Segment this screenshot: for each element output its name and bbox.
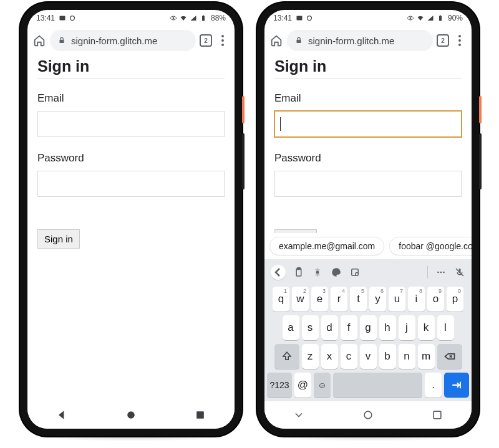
svg-rect-4 (203, 16, 204, 16)
svg-rect-11 (439, 16, 442, 21)
tabs-button[interactable]: 2 (437, 34, 449, 47)
key-j[interactable]: j (399, 315, 415, 340)
email-field[interactable] (274, 111, 462, 137)
key-h[interactable]: h (379, 315, 396, 340)
shift-key[interactable] (274, 344, 299, 369)
autofill-chip[interactable]: example.me@gmail.com (269, 237, 384, 255)
page-title: Sign in (274, 57, 462, 79)
keyboard-row-4: ?123@☺. (267, 373, 469, 398)
key-l[interactable]: l (437, 315, 454, 340)
period-key[interactable]: . (425, 373, 442, 398)
tabs-button[interactable]: 2 (200, 34, 212, 47)
power-button (479, 96, 482, 123)
nav-recents-icon[interactable] (431, 409, 443, 421)
nav-back-icon[interactable] (293, 409, 305, 421)
key-b[interactable]: b (379, 344, 396, 369)
key-z[interactable]: z (302, 344, 319, 369)
clipboard-icon[interactable] (293, 267, 304, 278)
svg-rect-12 (440, 16, 441, 16)
backspace-key[interactable] (437, 344, 462, 369)
screen-right: 13:41 90% signin-form.glitch.me (264, 10, 472, 429)
svg-rect-8 (297, 16, 303, 21)
key-a[interactable]: a (283, 315, 299, 340)
svg-point-2 (173, 17, 174, 19)
emoji-key[interactable]: ☺ (314, 373, 331, 398)
key-o[interactable]: o9 (427, 287, 444, 312)
menu-button[interactable] (453, 35, 467, 46)
space-key[interactable] (333, 373, 422, 398)
gear-icon[interactable] (312, 267, 323, 278)
key-s[interactable]: s (302, 315, 319, 340)
nav-home-icon[interactable] (125, 409, 137, 421)
nav-home-icon[interactable] (362, 409, 374, 421)
sync-icon (306, 14, 313, 22)
key-g[interactable]: g (360, 315, 377, 340)
key-p[interactable]: p0 (447, 287, 463, 312)
battery-percent: 88% (211, 14, 226, 22)
svg-point-9 (308, 16, 312, 21)
autofill-chip[interactable]: foobar @google.co (389, 237, 472, 255)
page-content: Sign in Email Password Sign in (27, 55, 235, 401)
key-t[interactable]: t5 (350, 287, 367, 312)
url-bar[interactable]: signin-form.glitch.me (287, 30, 433, 51)
mic-off-icon[interactable] (454, 267, 465, 278)
at-key[interactable]: @ (294, 373, 311, 398)
key-c[interactable]: c (341, 344, 357, 369)
key-q[interactable]: q1 (273, 287, 289, 312)
svg-rect-24 (434, 411, 441, 419)
android-navbar (264, 401, 472, 429)
home-icon[interactable] (269, 34, 283, 47)
url-text: signin-form.glitch.me (308, 36, 394, 46)
svg-point-20 (443, 272, 445, 274)
key-n[interactable]: n (399, 344, 415, 369)
battery-icon (200, 14, 207, 22)
key-r[interactable]: r4 (331, 287, 347, 312)
svg-rect-0 (60, 16, 65, 21)
svg-rect-5 (60, 40, 64, 43)
browser-toolbar: signin-form.glitch.me 2 (27, 26, 235, 55)
browser-toolbar: signin-form.glitch.me 2 (264, 26, 472, 55)
keyboard-row-3: zxcvbnm (267, 344, 469, 369)
signal-icon (427, 14, 434, 22)
status-time: 13:41 (36, 14, 55, 22)
screen-left: 13:41 88% signin-form.glitch.me (27, 10, 235, 429)
wifi-icon (180, 14, 187, 22)
phone-right: 13:41 90% signin-form.glitch.me (257, 2, 479, 436)
key-y[interactable]: y6 (369, 287, 386, 312)
key-x[interactable]: x (321, 344, 338, 369)
svg-rect-7 (196, 411, 204, 419)
page-title: Sign in (37, 57, 225, 79)
lock-icon (294, 36, 303, 45)
key-k[interactable]: k (418, 315, 435, 340)
email-field[interactable] (37, 111, 225, 137)
symbols-key[interactable]: ?123 (267, 373, 292, 398)
url-bar[interactable]: signin-form.glitch.me (50, 30, 196, 51)
password-field[interactable] (274, 171, 462, 197)
more-icon[interactable] (435, 267, 447, 278)
url-text: signin-form.glitch.me (71, 36, 157, 46)
sticker-icon[interactable] (349, 267, 361, 278)
signin-button[interactable]: Sign in (37, 229, 80, 249)
nav-back-icon[interactable] (56, 409, 68, 421)
home-icon[interactable] (32, 34, 46, 47)
menu-button[interactable] (216, 35, 230, 46)
nav-recents-icon[interactable] (194, 409, 206, 421)
palette-icon[interactable] (331, 267, 342, 278)
password-field[interactable] (37, 171, 225, 197)
status-time: 13:41 (273, 14, 292, 22)
key-d[interactable]: d (321, 315, 338, 340)
key-u[interactable]: u7 (389, 287, 405, 312)
power-button (242, 96, 245, 123)
key-w[interactable]: w2 (292, 287, 309, 312)
status-bar: 13:41 88% (27, 10, 235, 26)
chevron-left-icon[interactable] (271, 265, 286, 280)
key-f[interactable]: f (341, 315, 357, 340)
key-v[interactable]: v (360, 344, 377, 369)
key-i[interactable]: i8 (408, 287, 425, 312)
autofill-suggestions: example.me@gmail.comfoobar @google.co (264, 233, 472, 259)
enter-key[interactable] (444, 373, 469, 398)
eye-icon (170, 14, 177, 22)
lock-icon (57, 36, 66, 45)
key-e[interactable]: e3 (311, 287, 328, 312)
key-m[interactable]: m (418, 344, 435, 369)
